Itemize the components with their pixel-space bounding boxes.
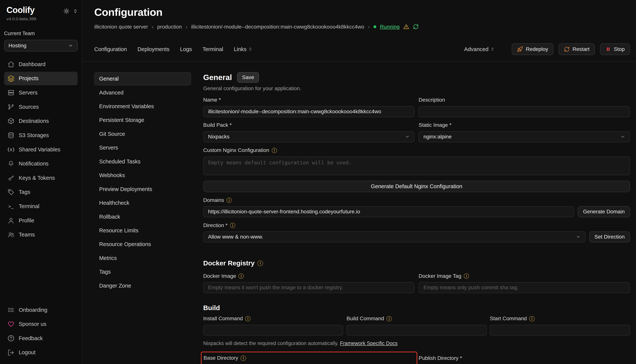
save-button[interactable]: Save: [237, 72, 259, 83]
sidebar-item-onboarding[interactable]: Onboarding: [4, 303, 78, 316]
build-pack-select[interactable]: Nixpacks: [203, 131, 415, 142]
advanced-dropdown[interactable]: Advanced: [464, 46, 495, 52]
set-direction-button[interactable]: Set Direction: [589, 232, 630, 242]
docker-image-input[interactable]: [203, 282, 415, 293]
subnav-item-resource-limits[interactable]: Resource Limits: [94, 224, 191, 237]
chevrons-up-down-icon: [490, 47, 495, 52]
generate-domain-button[interactable]: Generate Domain: [578, 206, 630, 217]
team-select[interactable]: Hosting: [4, 40, 78, 52]
logout-icon: [7, 349, 15, 356]
chevron-down-icon: [405, 134, 410, 139]
info-icon[interactable]: [230, 223, 235, 228]
tab-terminal[interactable]: Terminal: [202, 46, 223, 52]
breadcrumb-environment[interactable]: production: [157, 24, 182, 30]
build-heading-text: Build: [203, 304, 220, 312]
breadcrumb-application[interactable]: illicitestonion/-module--decomposition:m…: [191, 24, 364, 30]
subnav-item-metrics[interactable]: Metrics: [94, 252, 191, 265]
build-command-input[interactable]: [347, 325, 487, 336]
start-command-label: Start Command: [490, 315, 630, 322]
direction-select[interactable]: Allow www & non-www.: [203, 232, 586, 242]
sidebar-item-servers[interactable]: Servers: [4, 86, 78, 99]
name-input[interactable]: [203, 106, 415, 117]
base-directory-label: Base Directory: [203, 355, 414, 361]
docker-image-tag-input[interactable]: [418, 282, 630, 293]
subnav-item-tags[interactable]: Tags: [94, 265, 191, 278]
sidebar-item-label: Onboarding: [19, 307, 47, 313]
theme-sun-icon[interactable]: [63, 8, 69, 14]
domains-input[interactable]: [203, 206, 574, 217]
install-command-input[interactable]: [203, 325, 343, 336]
info-icon[interactable]: [529, 316, 534, 321]
subnav-item-webhooks[interactable]: Webhooks: [94, 169, 191, 182]
sidebar-item-feedback[interactable]: Feedback: [4, 332, 78, 345]
tab-links[interactable]: Links: [234, 46, 252, 52]
static-image-select[interactable]: nginx:alpine: [418, 131, 630, 142]
info-icon[interactable]: [239, 274, 244, 279]
framework-docs-link[interactable]: Framework Specific Docs: [340, 340, 397, 346]
subnav-item-servers[interactable]: Servers: [94, 141, 191, 154]
database-icon: [7, 132, 15, 139]
breadcrumb-project[interactable]: illicitonion quote server: [94, 24, 148, 30]
info-icon[interactable]: [272, 148, 277, 153]
info-icon[interactable]: [258, 260, 263, 266]
redeploy-button[interactable]: Redeploy: [512, 44, 553, 55]
subnav-item-scheduled-tasks[interactable]: Scheduled Tasks: [94, 155, 191, 168]
build-command-label: Build Command: [347, 315, 487, 322]
sidebar-item-sponsor[interactable]: Sponsor us: [4, 318, 78, 331]
generate-nginx-button[interactable]: Generate Default Nginx Configuration: [203, 181, 630, 192]
sidebar-item-logout[interactable]: Logout: [4, 346, 78, 359]
stop-label: Stop: [614, 46, 625, 52]
sidebar-item-terminal[interactable]: Terminal: [4, 200, 78, 213]
name-label: Name *: [203, 97, 415, 103]
status-running-link[interactable]: Running: [380, 24, 400, 30]
sidebar-item-tags[interactable]: Tags: [4, 186, 78, 199]
start-command-input[interactable]: [490, 325, 630, 336]
tab-logs[interactable]: Logs: [180, 46, 192, 52]
subnav-item-danger-zone[interactable]: Danger Zone: [94, 279, 191, 292]
sidebar-item-shared-variables[interactable]: Shared Variables: [4, 143, 78, 156]
description-input[interactable]: [418, 106, 630, 117]
subnav-item-environment-variables[interactable]: Environment Variables: [94, 100, 191, 113]
subnav-item-resource-operations[interactable]: Resource Operations: [94, 238, 191, 251]
chevron-down-icon: [68, 43, 73, 48]
info-icon[interactable]: [464, 274, 469, 279]
subnav-item-preview-deployments[interactable]: Preview Deployments: [94, 182, 191, 196]
sidebar-item-label: Keys & Tokens: [19, 175, 55, 181]
sidebar-item-teams[interactable]: Teams: [4, 228, 78, 241]
info-icon[interactable]: [386, 316, 392, 321]
sidebar-item-s3-storages[interactable]: S3 Storages: [4, 129, 78, 142]
subnav-item-general[interactable]: General: [94, 72, 191, 86]
info-icon[interactable]: [227, 198, 232, 203]
subnav-item-healthcheck[interactable]: Healthcheck: [94, 196, 191, 210]
tab-deployments[interactable]: Deployments: [137, 46, 169, 52]
sidebar-item-profile[interactable]: Profile: [4, 214, 78, 227]
subnav-item-persistent-storage[interactable]: Persistent Storage: [94, 114, 191, 127]
sidebar-item-dashboard[interactable]: Dashboard: [4, 58, 78, 71]
custom-nginx-textarea[interactable]: [203, 156, 630, 175]
sidebar-item-sources[interactable]: Sources: [4, 100, 78, 114]
subnav-item-advanced[interactable]: Advanced: [94, 86, 191, 99]
section-subtitle: General configuration for your applicati…: [203, 86, 630, 92]
sidebar: Coolify v4.0.0-beta.399 Current Team Hos…: [0, 0, 82, 364]
sidebar-item-notifications[interactable]: Notifications: [4, 157, 78, 170]
restart-button[interactable]: Restart: [559, 44, 595, 55]
subnav-item-rollback[interactable]: Rollback: [94, 210, 191, 223]
font-size-chevrons-icon[interactable]: [73, 8, 78, 14]
sidebar-item-destinations[interactable]: Destinations: [4, 114, 78, 128]
docker-image-tag-label-text: Docker Image Tag: [418, 273, 461, 280]
custom-nginx-label: Custom Nginx Configuration: [203, 147, 630, 154]
sidebar-item-projects[interactable]: Projects: [4, 72, 78, 85]
team-select-value: Hosting: [9, 43, 26, 49]
layers-icon: [7, 75, 15, 82]
warning-triangle-icon[interactable]: [403, 24, 409, 30]
build-pack-value: Nixpacks: [208, 134, 230, 140]
docker-image-label-text: Docker Image: [203, 273, 236, 280]
stop-button[interactable]: Stop: [600, 44, 630, 55]
build-pack-label: Build Pack *: [203, 122, 415, 128]
sidebar-item-keys-tokens[interactable]: Keys & Tokens: [4, 171, 78, 185]
tab-configuration[interactable]: Configuration: [94, 46, 127, 52]
info-icon[interactable]: [245, 316, 251, 321]
refresh-icon[interactable]: [413, 24, 418, 30]
subnav-item-git-source[interactable]: Git Source: [94, 127, 191, 141]
info-icon[interactable]: [241, 356, 246, 361]
